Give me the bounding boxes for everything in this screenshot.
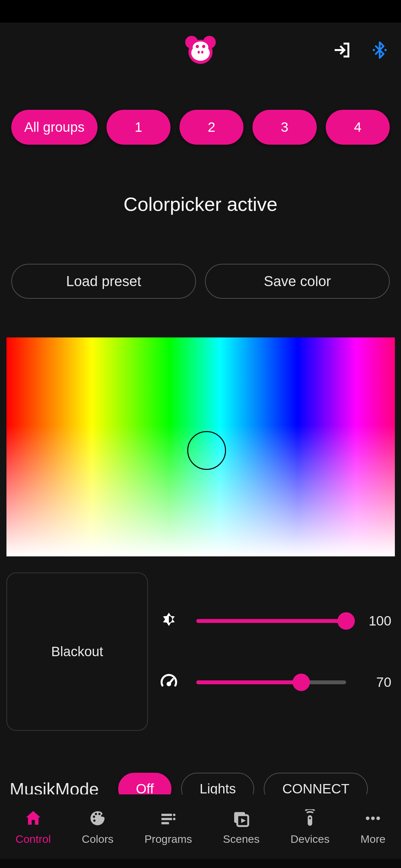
brightness-slider-row: 100 <box>158 610 391 632</box>
color-picker-cursor[interactable] <box>187 431 226 470</box>
svg-point-15 <box>93 819 96 822</box>
remote-icon <box>300 808 320 828</box>
group-3-button[interactable]: 3 <box>252 110 316 145</box>
speed-value: 70 <box>362 675 391 690</box>
brightness-value: 100 <box>362 613 391 629</box>
blackout-button[interactable]: Blackout <box>6 572 148 731</box>
nav-label: Devices <box>290 833 330 845</box>
main-content: All groups 1 2 3 4 Colorpicker active Lo… <box>0 78 401 805</box>
more-icon <box>363 808 383 828</box>
controls-row: Blackout 100 <box>6 572 395 731</box>
scenes-icon <box>231 808 251 828</box>
login-icon[interactable] <box>332 40 352 60</box>
svg-point-7 <box>197 51 200 54</box>
group-2-button[interactable]: 2 <box>180 110 243 145</box>
svg-point-4 <box>193 42 208 53</box>
svg-point-19 <box>173 813 175 816</box>
svg-rect-18 <box>161 822 169 824</box>
sliders-column: 100 70 <box>158 572 395 731</box>
nav-devices[interactable]: Devices <box>290 808 330 845</box>
svg-point-5 <box>196 45 199 48</box>
svg-point-25 <box>366 816 369 820</box>
svg-point-6 <box>202 45 205 48</box>
svg-point-13 <box>95 813 97 815</box>
status-bar <box>0 0 401 23</box>
status-title: Colorpicker active <box>6 193 395 215</box>
svg-point-20 <box>173 817 175 820</box>
nav-label: Control <box>16 833 51 845</box>
svg-point-11 <box>167 683 170 685</box>
app-logo-monkey-icon <box>181 31 220 69</box>
nav-label: Colors <box>82 833 113 845</box>
svg-rect-23 <box>308 815 312 826</box>
speed-slider[interactable] <box>196 680 346 684</box>
nav-programs[interactable]: Programs <box>144 808 192 845</box>
svg-point-8 <box>201 51 204 54</box>
svg-point-12 <box>93 815 95 817</box>
list-icon <box>158 808 178 828</box>
load-preset-button[interactable]: Load preset <box>11 264 196 299</box>
save-color-button[interactable]: Save color <box>205 264 390 299</box>
bottom-nav: Control Colors Programs Scenes Devices M… <box>0 795 401 859</box>
palette-icon <box>88 808 107 828</box>
svg-point-14 <box>98 813 101 815</box>
nav-scenes[interactable]: Scenes <box>223 808 259 845</box>
svg-point-24 <box>309 817 311 819</box>
nav-label: More <box>361 833 385 845</box>
svg-point-10 <box>384 49 387 51</box>
svg-point-26 <box>371 816 375 820</box>
brightness-slider[interactable] <box>196 619 346 623</box>
group-4-button[interactable]: 4 <box>326 110 390 145</box>
svg-rect-16 <box>161 814 172 816</box>
speed-icon <box>158 671 180 693</box>
home-icon <box>23 808 43 828</box>
speed-slider-thumb[interactable] <box>292 674 310 691</box>
nav-more[interactable]: More <box>361 808 385 845</box>
group-all-button[interactable]: All groups <box>11 110 97 145</box>
svg-point-9 <box>373 49 375 51</box>
nav-label: Programs <box>144 833 192 845</box>
brightness-slider-thumb[interactable] <box>337 612 355 630</box>
blackout-label: Blackout <box>51 644 103 659</box>
speed-slider-row: 70 <box>158 671 391 693</box>
group-selector-row: All groups 1 2 3 4 <box>6 78 395 145</box>
brightness-icon <box>158 610 180 632</box>
app-header <box>0 23 401 78</box>
svg-point-27 <box>376 816 380 820</box>
group-1-button[interactable]: 1 <box>106 110 171 145</box>
svg-rect-17 <box>161 817 172 820</box>
nav-label: Scenes <box>223 833 259 845</box>
preset-row: Load preset Save color <box>6 264 395 299</box>
nav-colors[interactable]: Colors <box>82 808 113 845</box>
bluetooth-icon[interactable] <box>370 40 390 60</box>
nav-control[interactable]: Control <box>16 808 51 845</box>
color-picker[interactable] <box>6 337 395 556</box>
